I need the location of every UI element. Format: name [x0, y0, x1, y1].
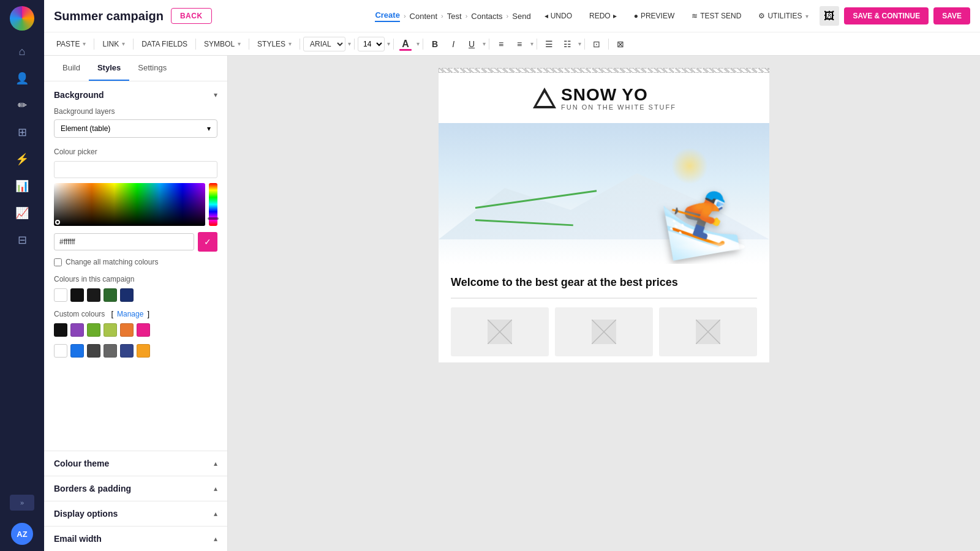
email-width-header[interactable]: Email width ▴: [54, 534, 217, 544]
font-size-select[interactable]: 14: [358, 37, 385, 51]
custom-swatch-dark[interactable]: [87, 344, 100, 358]
custom-swatch-indigo[interactable]: [120, 344, 134, 358]
hue-strip[interactable]: [209, 183, 217, 226]
icon-navigation: ⌂ 👤 ✏ ⊞ ⚡ 📊 📈 ⊟ » AZ: [0, 0, 44, 551]
custom-colours-header: Custom colours [Manage]: [54, 309, 217, 318]
color-gradient-main[interactable]: [54, 183, 205, 226]
product-placeholder-1[interactable]: [451, 307, 549, 356]
align-left-button[interactable]: ≡: [492, 36, 510, 53]
symbol-label: SYMBOL: [204, 40, 235, 48]
data-fields-toolbar-item[interactable]: DATA FIELDS: [137, 37, 192, 51]
symbol-toolbar-item[interactable]: SYMBOL ▾: [199, 37, 246, 51]
colour-theme-header[interactable]: Colour theme ▴: [54, 459, 217, 468]
custom-swatch-blue[interactable]: [70, 344, 84, 358]
list-ordered-button[interactable]: ☷: [559, 36, 576, 53]
tab-settings[interactable]: Settings: [129, 56, 175, 81]
email-content-outer: SNOW YO FUN ON THE WHITE STUFF ⛷️: [439, 68, 769, 362]
display-options-header[interactable]: Display options ▴: [54, 509, 217, 519]
indent-button[interactable]: ⊡: [588, 36, 605, 53]
custom-swatch-lime[interactable]: [87, 323, 100, 337]
analytics-icon[interactable]: 📈: [10, 201, 34, 225]
manage-link[interactable]: Manage: [117, 310, 143, 318]
borders-padding-title: Borders & padding: [54, 484, 131, 493]
custom-swatch-amber[interactable]: [137, 344, 150, 358]
italic-button[interactable]: I: [445, 36, 462, 53]
image-icon[interactable]: 🖼: [820, 6, 839, 26]
product-placeholder-2[interactable]: [555, 307, 653, 356]
tab-styles[interactable]: Styles: [89, 56, 129, 81]
fontsize-caret: ▾: [387, 40, 390, 47]
avatar[interactable]: AZ: [11, 523, 33, 545]
paste-caret: ▾: [83, 40, 86, 47]
edit-icon[interactable]: ✏: [10, 93, 34, 118]
email-width-collapse-icon: ▴: [214, 534, 217, 543]
custom-swatch-gray[interactable]: [104, 344, 117, 358]
email-logo-area[interactable]: SNOW YO FUN ON THE WHITE STUFF: [439, 73, 769, 123]
breadcrumb-create[interactable]: Create: [375, 10, 399, 22]
toolbar-sep-11: [584, 39, 585, 50]
custom-swatch-yellow-green[interactable]: [104, 323, 117, 337]
change-all-checkbox[interactable]: [54, 258, 62, 266]
breadcrumb-send[interactable]: Send: [512, 12, 530, 21]
lightning-icon[interactable]: ⚡: [10, 147, 34, 171]
save-button[interactable]: SAVE: [933, 7, 970, 24]
custom-swatch-pink[interactable]: [137, 323, 150, 337]
chart-icon[interactable]: 📊: [10, 174, 34, 198]
breadcrumb-contacts[interactable]: Contacts: [471, 12, 502, 21]
colour-theme-collapse-icon: ▴: [214, 459, 217, 468]
logo-subtitle-text: FUN ON THE WHITE STUFF: [561, 103, 676, 111]
background-section-header[interactable]: Background ▾: [54, 90, 217, 100]
tab-build[interactable]: Build: [54, 56, 89, 81]
expand-nav-button[interactable]: »: [10, 495, 34, 511]
redo-button[interactable]: REDO ▸: [583, 8, 623, 24]
campaign-swatch-black[interactable]: [70, 288, 84, 302]
home-icon[interactable]: ⌂: [10, 39, 34, 64]
preview-button[interactable]: ● PREVIEW: [628, 8, 681, 24]
underline-button[interactable]: U: [463, 36, 480, 53]
save-continue-button[interactable]: SAVE & CONTINUE: [844, 7, 929, 24]
special-char-button[interactable]: ⊠: [612, 36, 629, 53]
hex-confirm-button[interactable]: ✓: [198, 232, 217, 252]
gradient-cursor[interactable]: [55, 220, 60, 225]
bold-button[interactable]: B: [426, 36, 443, 53]
align-center-button[interactable]: ≡: [511, 36, 528, 53]
grid-icon[interactable]: ⊞: [10, 120, 34, 144]
app-logo[interactable]: [10, 6, 34, 31]
paste-toolbar-item[interactable]: PASTE ▾: [51, 37, 91, 51]
styles-label: STYLES: [257, 40, 285, 48]
list-unordered-button[interactable]: ☰: [540, 36, 557, 53]
test-send-button[interactable]: ≋ TEST SEND: [685, 8, 747, 24]
back-button[interactable]: BACK: [171, 8, 212, 24]
borders-padding-section: Borders & padding ▴: [44, 476, 227, 501]
custom-swatch-white[interactable]: [54, 344, 67, 358]
hue-cursor: [208, 217, 219, 220]
background-layers-dropdown[interactable]: Element (table) ▾: [54, 119, 217, 138]
custom-swatch-black[interactable]: [54, 323, 67, 337]
toolbar-sep-12: [608, 39, 609, 50]
campaign-swatch-white[interactable]: [54, 288, 67, 302]
text-color-icon: A: [402, 39, 409, 50]
utilities-caret: ▾: [805, 13, 809, 20]
link-toolbar-item[interactable]: LINK ▾: [97, 37, 130, 51]
product-placeholder-3[interactable]: [659, 307, 757, 356]
campaign-swatch-darkgray[interactable]: [87, 288, 100, 302]
hero-image[interactable]: ⛷️: [439, 123, 769, 264]
background-layers-value: Element (table): [61, 124, 110, 133]
user-icon[interactable]: 👤: [10, 66, 34, 91]
align-center-icon: ≡: [517, 39, 522, 49]
breadcrumb-test[interactable]: Test: [447, 12, 462, 21]
borders-padding-header[interactable]: Borders & padding ▴: [54, 484, 217, 493]
table-icon[interactable]: ⊟: [10, 228, 34, 252]
custom-swatch-purple[interactable]: [70, 323, 84, 337]
breadcrumb-content[interactable]: Content: [410, 12, 438, 21]
undo-button[interactable]: ◂ UNDO: [538, 8, 578, 24]
campaign-swatch-navy[interactable]: [120, 288, 134, 302]
text-color-button[interactable]: A: [397, 36, 414, 53]
utilities-button[interactable]: ⚙ UTILITIES ▾: [752, 8, 815, 24]
styles-toolbar-item[interactable]: STYLES ▾: [252, 37, 296, 51]
product-row: [451, 307, 757, 356]
font-select[interactable]: ARIAL: [303, 37, 345, 51]
campaign-swatch-green[interactable]: [104, 288, 117, 302]
hex-input[interactable]: [54, 233, 194, 250]
custom-swatch-orange[interactable]: [120, 323, 134, 337]
